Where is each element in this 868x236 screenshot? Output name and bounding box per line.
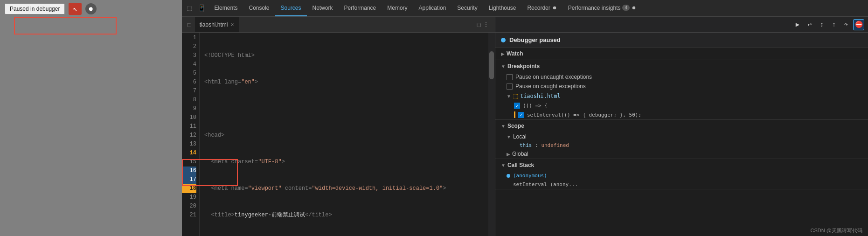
scroll-thumb[interactable] (489, 51, 494, 79)
step-out-button[interactable]: ↑ (829, 20, 839, 30)
debugger-content: Debugger paused ▶ Watch ▼ Breakpoints Pa (495, 33, 868, 225)
call-dot-inactive (507, 183, 510, 187)
devtools-mobile-icon[interactable]: 📱 (195, 4, 208, 12)
bp-checkbox-2[interactable]: ✓ (518, 112, 524, 118)
file-tab-name: tiaoshi.html (200, 21, 228, 28)
tab-performance-insights[interactable]: Performance insights 4 ⏺ (562, 0, 642, 16)
sources-panel: ⬚ tiaoshi.html × ⬚ ⋮ 1 2 3 4 5 6 7 8 (182, 17, 495, 236)
tab-elements[interactable]: Elements (208, 0, 243, 16)
tab-performance[interactable]: Performance (339, 0, 382, 16)
bp-bar (514, 111, 515, 118)
global-expand-icon: ▶ (507, 152, 510, 157)
breakpoints-expand-icon: ▼ (501, 64, 506, 69)
file-close-icon[interactable]: × (231, 21, 234, 28)
scope-header[interactable]: ▼ Scope (495, 120, 868, 132)
watch-label: Watch (507, 50, 523, 57)
tab-recorder[interactable]: Recorder ⏺ (521, 0, 562, 16)
breakpoints-section: ▼ Breakpoints Pause on uncaught exceptio… (495, 60, 868, 120)
code-line-7: <title>tinygeeker-前端禁止调试</title> (204, 211, 488, 220)
scope-label: Scope (507, 123, 524, 129)
performance-insights-badge: 4 (622, 5, 630, 11)
bp-file-expand-icon: ▼ (507, 94, 511, 99)
step-into-button[interactable]: ↕ (817, 20, 827, 30)
local-expand-icon: ▼ (507, 134, 511, 139)
bp-file-row[interactable]: ▼ ⬚ tiaoshi.html (495, 91, 868, 101)
call-dot-active (507, 174, 510, 178)
bp-code-1: (() => { (523, 103, 548, 109)
global-header[interactable]: ▶ Global (495, 149, 868, 159)
pause-annotation-box (14, 17, 117, 35)
debugger-panel: ▶ ↩ ↕ ↑ ↷ ⛔ Debugger paused ▶ Watch (495, 17, 868, 236)
code-line-1: <!DOCTYPE html> (204, 51, 488, 60)
call-item-setinterval[interactable]: setInterval (anony... (495, 180, 868, 189)
call-label-1: (anonymous) (513, 173, 547, 179)
local-label: Local (513, 133, 527, 140)
tab-network[interactable]: Network (307, 0, 339, 16)
local-var-this: this : undefined (495, 141, 868, 149)
branding-text: CSDN @天黑请写代码 (811, 227, 862, 234)
devtools-dock-icon[interactable]: ⬚ (184, 4, 195, 12)
watch-section: ▶ Watch (495, 48, 868, 60)
call-stack-header[interactable]: ▼ Call Stack (495, 159, 868, 171)
step-over-button[interactable]: ↩ (805, 20, 815, 30)
call-item-anonymous[interactable]: (anonymous) (495, 171, 868, 180)
breakpoints-header[interactable]: ▼ Breakpoints (495, 60, 868, 72)
cursor-button[interactable]: ↖ (69, 3, 82, 15)
var-value: undefined (541, 142, 569, 148)
bp-item-1[interactable]: ✓ (() => { (495, 101, 868, 110)
pause-uncaught-row[interactable]: Pause on uncaught exceptions (495, 72, 868, 82)
pause-caught-checkbox[interactable] (507, 83, 513, 90)
source-tree-icon[interactable]: ⬚ (184, 21, 195, 28)
code-line-5: <meta charset="UTF-8"> (204, 158, 488, 167)
bp-checkbox-1[interactable]: ✓ (514, 103, 520, 109)
local-header[interactable]: ▼ Local (495, 132, 868, 141)
file-tab-bar: ⬚ tiaoshi.html × ⬚ ⋮ (182, 17, 495, 33)
pause-caught-row[interactable]: Pause on caught exceptions (495, 82, 868, 91)
breakpoints-label: Breakpoints (507, 63, 540, 69)
var-name: this (520, 142, 532, 148)
scrollbar[interactable] (488, 33, 495, 236)
call-stack-expand-icon: ▼ (501, 163, 506, 168)
pause-uncaught-label: Pause on uncaught exceptions (515, 74, 592, 80)
more-icon[interactable]: ⋮ (483, 21, 489, 28)
resume-execution-button[interactable]: ▶ (792, 20, 803, 30)
tab-memory[interactable]: Memory (382, 0, 413, 16)
code-editor: 1 2 3 4 5 6 7 8 9 10 11 12 13 14 15 16 1… (182, 33, 495, 236)
watch-header[interactable]: ▶ Watch (495, 48, 868, 60)
step-button[interactable]: ↷ (841, 20, 851, 30)
branding-bar: CSDN @天黑请写代码 (495, 225, 868, 236)
deactivate-breakpoints-button[interactable]: ⛔ (853, 19, 864, 30)
global-label: Global (512, 151, 528, 157)
scope-section: ▼ Scope ▼ Local this : undefined ▶ Globa… (495, 120, 868, 159)
tab-sources[interactable]: Sources (275, 0, 307, 16)
code-line-3 (204, 104, 488, 113)
tab-application[interactable]: Application (413, 0, 452, 16)
tab-security[interactable]: Security (451, 0, 483, 16)
scope-expand-icon: ▼ (501, 124, 506, 129)
call-stack-label: Call Stack (507, 162, 534, 168)
bp-item-2[interactable]: ✓ setInterval(() => { debugger; }, 50); (495, 110, 868, 119)
line-numbers: 1 2 3 4 5 6 7 8 9 10 11 12 13 14 15 16 1… (182, 33, 200, 236)
var-separator: : (535, 142, 541, 148)
watch-expand-icon: ▶ (501, 51, 505, 56)
pause-caught-label: Pause on caught exceptions (515, 83, 586, 90)
format-icon[interactable]: ⬚ (477, 21, 481, 28)
file-tab-active[interactable]: tiaoshi.html × (195, 17, 239, 32)
code-line-4: <head> (204, 131, 488, 140)
bp-file-icon: ⬚ (513, 93, 518, 99)
paused-notification: Paused in debugger ↖ ⏺ (0, 0, 182, 18)
cursor-icon: ↖ (73, 4, 78, 14)
pause-indicator (501, 38, 506, 42)
debugger-paused-header: Debugger paused (495, 33, 868, 48)
pause-uncaught-checkbox[interactable] (507, 74, 513, 80)
tab-lighthouse[interactable]: Lighthouse (483, 0, 522, 16)
tab-console[interactable]: Console (243, 0, 275, 16)
resume-button[interactable]: ⏺ (85, 3, 97, 14)
browser-page-area (0, 17, 182, 236)
call-stack-section: ▼ Call Stack (anonymous) setInterval (an… (495, 159, 868, 189)
resume-icon: ⏺ (88, 6, 94, 13)
recorder-icon: ⏺ (552, 5, 557, 10)
code-line-2: <html lang="en"> (204, 78, 488, 87)
performance-insights-icon: ⏺ (632, 5, 636, 10)
paused-label: Paused in debugger (5, 3, 65, 14)
